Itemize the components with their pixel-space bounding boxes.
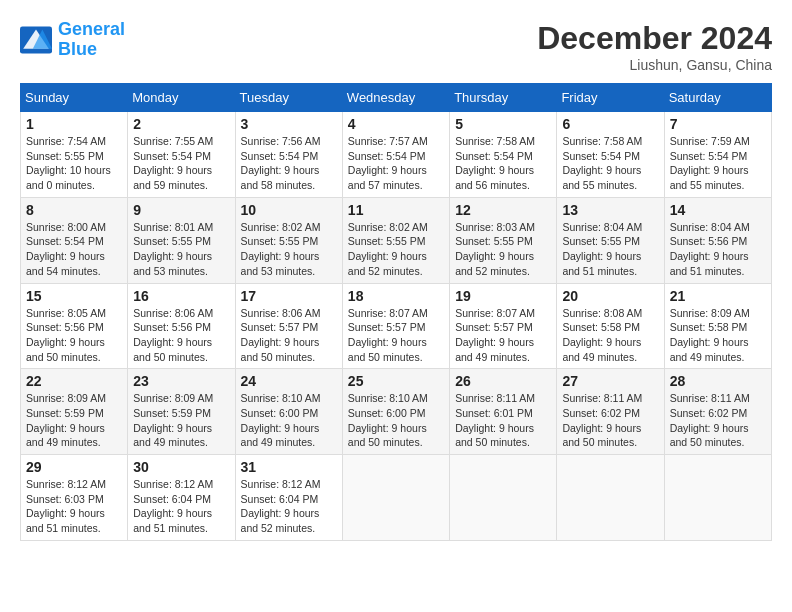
- calendar-cell: 30 Sunrise: 8:12 AMSunset: 6:04 PMDaylig…: [128, 455, 235, 541]
- day-detail: Sunrise: 8:06 AMSunset: 5:56 PMDaylight:…: [133, 306, 229, 365]
- day-detail: Sunrise: 7:56 AMSunset: 5:54 PMDaylight:…: [241, 134, 337, 193]
- day-number: 25: [348, 373, 444, 389]
- day-detail: Sunrise: 7:57 AMSunset: 5:54 PMDaylight:…: [348, 134, 444, 193]
- calendar-cell: 15 Sunrise: 8:05 AMSunset: 5:56 PMDaylig…: [21, 283, 128, 369]
- day-number: 15: [26, 288, 122, 304]
- day-number: 11: [348, 202, 444, 218]
- weekday-header-monday: Monday: [128, 84, 235, 112]
- logo-icon: [20, 26, 52, 54]
- day-number: 13: [562, 202, 658, 218]
- day-detail: Sunrise: 8:08 AMSunset: 5:58 PMDaylight:…: [562, 306, 658, 365]
- calendar-cell: 28 Sunrise: 8:11 AMSunset: 6:02 PMDaylig…: [664, 369, 771, 455]
- day-number: 2: [133, 116, 229, 132]
- day-number: 23: [133, 373, 229, 389]
- day-number: 27: [562, 373, 658, 389]
- calendar-cell: 5 Sunrise: 7:58 AMSunset: 5:54 PMDayligh…: [450, 112, 557, 198]
- calendar-cell: 6 Sunrise: 7:58 AMSunset: 5:54 PMDayligh…: [557, 112, 664, 198]
- calendar-cell: 20 Sunrise: 8:08 AMSunset: 5:58 PMDaylig…: [557, 283, 664, 369]
- day-detail: Sunrise: 8:04 AMSunset: 5:56 PMDaylight:…: [670, 220, 766, 279]
- calendar-cell: [557, 455, 664, 541]
- day-number: 14: [670, 202, 766, 218]
- calendar-cell: 26 Sunrise: 8:11 AMSunset: 6:01 PMDaylig…: [450, 369, 557, 455]
- day-detail: Sunrise: 8:09 AMSunset: 5:59 PMDaylight:…: [133, 391, 229, 450]
- calendar-cell: 29 Sunrise: 8:12 AMSunset: 6:03 PMDaylig…: [21, 455, 128, 541]
- calendar-cell: 13 Sunrise: 8:04 AMSunset: 5:55 PMDaylig…: [557, 197, 664, 283]
- calendar-cell: 14 Sunrise: 8:04 AMSunset: 5:56 PMDaylig…: [664, 197, 771, 283]
- day-detail: Sunrise: 8:11 AMSunset: 6:01 PMDaylight:…: [455, 391, 551, 450]
- day-detail: Sunrise: 8:12 AMSunset: 6:04 PMDaylight:…: [133, 477, 229, 536]
- day-number: 17: [241, 288, 337, 304]
- calendar-cell: 21 Sunrise: 8:09 AMSunset: 5:58 PMDaylig…: [664, 283, 771, 369]
- day-number: 3: [241, 116, 337, 132]
- day-detail: Sunrise: 8:12 AMSunset: 6:04 PMDaylight:…: [241, 477, 337, 536]
- calendar-cell: 3 Sunrise: 7:56 AMSunset: 5:54 PMDayligh…: [235, 112, 342, 198]
- month-year: December 2024: [537, 20, 772, 57]
- calendar-cell: 23 Sunrise: 8:09 AMSunset: 5:59 PMDaylig…: [128, 369, 235, 455]
- day-number: 29: [26, 459, 122, 475]
- day-number: 24: [241, 373, 337, 389]
- logo-text: General Blue: [58, 20, 125, 60]
- day-detail: Sunrise: 8:00 AMSunset: 5:54 PMDaylight:…: [26, 220, 122, 279]
- day-detail: Sunrise: 8:07 AMSunset: 5:57 PMDaylight:…: [348, 306, 444, 365]
- calendar-cell: 12 Sunrise: 8:03 AMSunset: 5:55 PMDaylig…: [450, 197, 557, 283]
- day-detail: Sunrise: 7:59 AMSunset: 5:54 PMDaylight:…: [670, 134, 766, 193]
- day-number: 9: [133, 202, 229, 218]
- weekday-header-saturday: Saturday: [664, 84, 771, 112]
- day-number: 28: [670, 373, 766, 389]
- calendar-cell: 31 Sunrise: 8:12 AMSunset: 6:04 PMDaylig…: [235, 455, 342, 541]
- calendar-cell: 24 Sunrise: 8:10 AMSunset: 6:00 PMDaylig…: [235, 369, 342, 455]
- weekday-header-thursday: Thursday: [450, 84, 557, 112]
- day-detail: Sunrise: 8:02 AMSunset: 5:55 PMDaylight:…: [348, 220, 444, 279]
- day-detail: Sunrise: 8:11 AMSunset: 6:02 PMDaylight:…: [562, 391, 658, 450]
- day-number: 16: [133, 288, 229, 304]
- day-detail: Sunrise: 8:10 AMSunset: 6:00 PMDaylight:…: [241, 391, 337, 450]
- calendar-cell: 10 Sunrise: 8:02 AMSunset: 5:55 PMDaylig…: [235, 197, 342, 283]
- calendar-cell: [450, 455, 557, 541]
- day-detail: Sunrise: 8:11 AMSunset: 6:02 PMDaylight:…: [670, 391, 766, 450]
- week-row-4: 22 Sunrise: 8:09 AMSunset: 5:59 PMDaylig…: [21, 369, 772, 455]
- calendar-cell: 25 Sunrise: 8:10 AMSunset: 6:00 PMDaylig…: [342, 369, 449, 455]
- calendar-cell: 7 Sunrise: 7:59 AMSunset: 5:54 PMDayligh…: [664, 112, 771, 198]
- calendar-cell: 18 Sunrise: 8:07 AMSunset: 5:57 PMDaylig…: [342, 283, 449, 369]
- day-number: 10: [241, 202, 337, 218]
- day-number: 12: [455, 202, 551, 218]
- calendar-table: SundayMondayTuesdayWednesdayThursdayFrid…: [20, 83, 772, 541]
- weekday-header-sunday: Sunday: [21, 84, 128, 112]
- week-row-1: 1 Sunrise: 7:54 AMSunset: 5:55 PMDayligh…: [21, 112, 772, 198]
- day-number: 26: [455, 373, 551, 389]
- day-detail: Sunrise: 7:55 AMSunset: 5:54 PMDaylight:…: [133, 134, 229, 193]
- day-number: 5: [455, 116, 551, 132]
- day-number: 31: [241, 459, 337, 475]
- day-detail: Sunrise: 7:54 AMSunset: 5:55 PMDaylight:…: [26, 134, 122, 193]
- day-number: 20: [562, 288, 658, 304]
- day-number: 6: [562, 116, 658, 132]
- calendar-cell: 9 Sunrise: 8:01 AMSunset: 5:55 PMDayligh…: [128, 197, 235, 283]
- day-detail: Sunrise: 8:07 AMSunset: 5:57 PMDaylight:…: [455, 306, 551, 365]
- day-detail: Sunrise: 8:10 AMSunset: 6:00 PMDaylight:…: [348, 391, 444, 450]
- day-number: 30: [133, 459, 229, 475]
- location: Liushun, Gansu, China: [537, 57, 772, 73]
- day-detail: Sunrise: 8:05 AMSunset: 5:56 PMDaylight:…: [26, 306, 122, 365]
- day-detail: Sunrise: 8:06 AMSunset: 5:57 PMDaylight:…: [241, 306, 337, 365]
- calendar-cell: [664, 455, 771, 541]
- day-number: 19: [455, 288, 551, 304]
- calendar-cell: [342, 455, 449, 541]
- day-detail: Sunrise: 8:03 AMSunset: 5:55 PMDaylight:…: [455, 220, 551, 279]
- weekday-header-tuesday: Tuesday: [235, 84, 342, 112]
- page-header: General Blue December 2024 Liushun, Gans…: [20, 20, 772, 73]
- day-number: 18: [348, 288, 444, 304]
- week-row-5: 29 Sunrise: 8:12 AMSunset: 6:03 PMDaylig…: [21, 455, 772, 541]
- week-row-3: 15 Sunrise: 8:05 AMSunset: 5:56 PMDaylig…: [21, 283, 772, 369]
- calendar-cell: 27 Sunrise: 8:11 AMSunset: 6:02 PMDaylig…: [557, 369, 664, 455]
- day-detail: Sunrise: 8:12 AMSunset: 6:03 PMDaylight:…: [26, 477, 122, 536]
- calendar-cell: 22 Sunrise: 8:09 AMSunset: 5:59 PMDaylig…: [21, 369, 128, 455]
- calendar-cell: 2 Sunrise: 7:55 AMSunset: 5:54 PMDayligh…: [128, 112, 235, 198]
- calendar-cell: 19 Sunrise: 8:07 AMSunset: 5:57 PMDaylig…: [450, 283, 557, 369]
- day-detail: Sunrise: 8:04 AMSunset: 5:55 PMDaylight:…: [562, 220, 658, 279]
- day-number: 22: [26, 373, 122, 389]
- day-detail: Sunrise: 8:01 AMSunset: 5:55 PMDaylight:…: [133, 220, 229, 279]
- day-detail: Sunrise: 8:09 AMSunset: 5:59 PMDaylight:…: [26, 391, 122, 450]
- weekday-header-row: SundayMondayTuesdayWednesdayThursdayFrid…: [21, 84, 772, 112]
- title-block: December 2024 Liushun, Gansu, China: [537, 20, 772, 73]
- day-number: 1: [26, 116, 122, 132]
